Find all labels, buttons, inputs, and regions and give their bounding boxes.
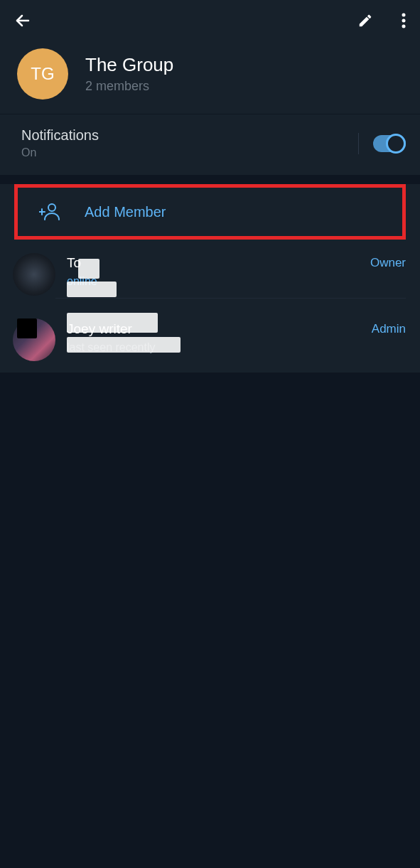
svg-point-2 — [402, 19, 406, 23]
member-role: Admin — [372, 322, 406, 336]
member-status: online — [67, 275, 406, 288]
add-member-button[interactable]: Add Member — [14, 184, 406, 240]
add-member-label: Add Member — [85, 204, 166, 220]
svg-point-4 — [48, 204, 55, 211]
member-avatar — [13, 253, 55, 296]
group-avatar[interactable]: TG — [17, 48, 68, 100]
redaction-overlay — [67, 282, 117, 297]
svg-point-3 — [402, 25, 406, 28]
redaction-overlay — [78, 259, 99, 279]
svg-point-1 — [402, 14, 406, 17]
toggle-knob — [386, 134, 406, 154]
add-member-icon — [39, 202, 60, 222]
member-row[interactable]: To Owner online — [0, 241, 420, 307]
redaction-overlay — [67, 313, 158, 333]
member-count: 2 members — [85, 79, 173, 94]
notifications-label: Notifications — [21, 127, 99, 144]
notifications-status: On — [21, 146, 99, 159]
back-button[interactable] — [14, 12, 31, 29]
redaction-overlay — [67, 337, 181, 353]
redaction-overlay — [17, 318, 37, 338]
edit-button[interactable] — [357, 13, 373, 28]
member-row[interactable]: Joey writer Admin last seen recently — [0, 307, 420, 373]
divider — [358, 133, 359, 154]
notifications-toggle[interactable] — [373, 135, 406, 152]
notifications-row[interactable]: Notifications On — [0, 114, 420, 175]
more-options-button[interactable] — [402, 12, 406, 29]
group-name: The Group — [85, 54, 173, 76]
avatar-initials: TG — [31, 64, 54, 84]
member-role: Owner — [370, 256, 406, 270]
